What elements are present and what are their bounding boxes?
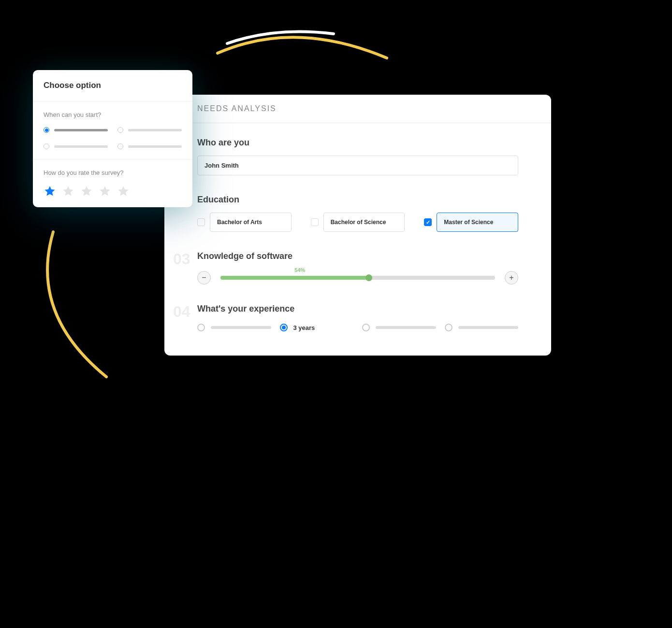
section-who: Who are you John Smith [164, 123, 551, 180]
card-question-rating: How do you rate the survey? [33, 159, 192, 207]
section-title-software: Knowledge of software [197, 251, 518, 261]
radio-icon [197, 324, 205, 331]
slider-increment-button[interactable]: + [505, 271, 518, 285]
radio-icon [44, 127, 49, 133]
education-option[interactable]: Master of Science [424, 213, 518, 232]
panel-header: NEEDS ANALYSIS [164, 95, 551, 123]
experience-option[interactable] [197, 324, 271, 331]
star-icon[interactable] [80, 185, 93, 198]
star-icon[interactable] [62, 185, 74, 198]
needs-analysis-panel: NEEDS ANALYSIS Who are you John Smith Ed… [164, 95, 551, 356]
question-text: How do you rate the survey? [44, 169, 182, 176]
start-option[interactable] [117, 127, 182, 133]
decorative-curve-left [39, 227, 126, 382]
decorative-curve-top [208, 24, 401, 72]
radio-icon [117, 143, 123, 149]
education-option[interactable]: Bachelor of Science [311, 213, 405, 232]
section-number: 04 [173, 303, 190, 321]
slider-track [220, 276, 495, 280]
radio-icon [280, 324, 288, 331]
card-question-start: When can you start? [33, 101, 192, 159]
placeholder-bar [54, 129, 108, 131]
name-input[interactable]: John Smith [197, 156, 518, 175]
checkbox-icon [197, 218, 205, 226]
star-icon[interactable] [117, 185, 130, 198]
slider-value-label: 54% [294, 267, 305, 273]
star-icon[interactable] [99, 185, 111, 198]
radio-icon [44, 143, 49, 149]
star-rating [44, 185, 182, 198]
radio-icon [117, 127, 123, 133]
section-title-who: Who are you [197, 138, 518, 148]
section-number: 03 [173, 250, 190, 268]
placeholder-bar [376, 326, 436, 329]
section-title-experience: What's your experience [197, 304, 518, 314]
radio-icon [362, 324, 370, 331]
start-option[interactable] [44, 127, 108, 133]
section-software: 03 Knowledge of software − 54% + [164, 237, 551, 289]
placeholder-bar [128, 145, 182, 148]
slider-decrement-button[interactable]: − [197, 271, 211, 285]
star-icon[interactable] [44, 185, 56, 198]
experience-option[interactable] [445, 324, 519, 331]
section-title-education: Education [197, 195, 518, 205]
experience-option[interactable] [362, 324, 436, 331]
checkbox-icon [311, 218, 319, 226]
placeholder-bar [458, 326, 519, 329]
section-experience: 04 What's your experience 3 years [164, 289, 551, 336]
education-label: Bachelor of Arts [210, 213, 292, 232]
experience-option[interactable]: 3 years [280, 324, 354, 331]
education-option[interactable]: Bachelor of Arts [197, 213, 292, 232]
radio-icon [445, 324, 453, 331]
slider[interactable]: 54% [220, 276, 495, 280]
slider-thumb[interactable] [365, 274, 372, 281]
checkbox-icon [424, 218, 432, 226]
start-option[interactable] [117, 143, 182, 149]
experience-label: 3 years [293, 324, 315, 331]
education-label: Master of Science [437, 213, 518, 232]
choose-option-card: Choose option When can you start? How do [33, 70, 192, 207]
card-title: Choose option [33, 70, 192, 101]
education-label: Bachelor of Science [323, 213, 405, 232]
section-education: Education Bachelor of Arts Bachelor of S… [164, 180, 551, 237]
question-text: When can you start? [44, 111, 182, 118]
placeholder-bar [54, 145, 108, 148]
placeholder-bar [128, 129, 182, 131]
slider-fill [220, 276, 369, 280]
placeholder-bar [211, 326, 271, 329]
start-option[interactable] [44, 143, 108, 149]
